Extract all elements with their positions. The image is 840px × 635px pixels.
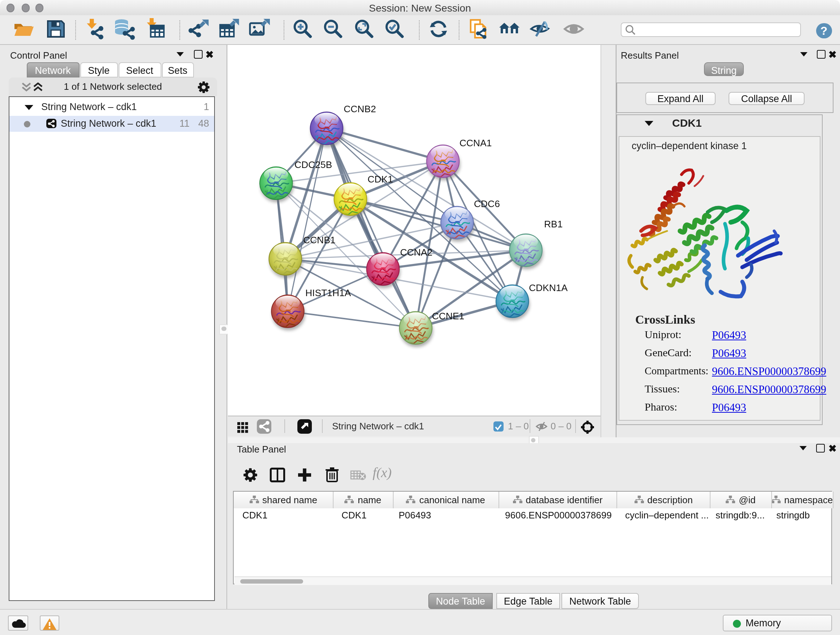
svg-text:CDC25B: CDC25B xyxy=(294,159,332,170)
svg-text:CCNB1: CCNB1 xyxy=(303,234,335,245)
svg-text:CCNB2: CCNB2 xyxy=(344,103,376,114)
svg-text:CCNA1: CCNA1 xyxy=(459,138,492,149)
svg-text:HIST1H1A: HIST1H1A xyxy=(305,287,351,298)
svg-text:CDK1: CDK1 xyxy=(368,174,393,185)
svg-text:CDKN1A: CDKN1A xyxy=(529,282,568,293)
svg-text:CDC6: CDC6 xyxy=(474,198,500,209)
svg-text:CCNA2: CCNA2 xyxy=(400,247,432,258)
svg-text:RB1: RB1 xyxy=(544,219,562,230)
svg-text:CCNE1: CCNE1 xyxy=(432,310,464,321)
